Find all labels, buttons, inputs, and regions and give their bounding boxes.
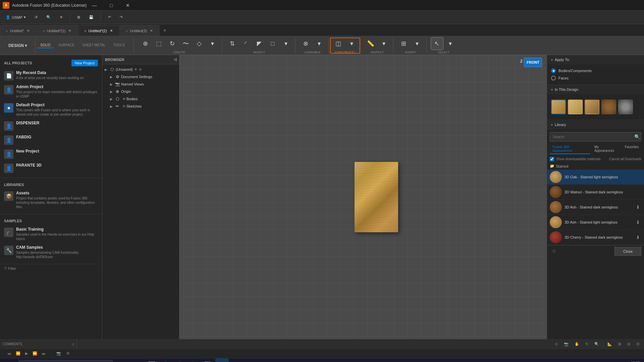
close-button[interactable]: ✕ [120,0,136,11]
tab-untitled[interactable]: ○ Untitled* ✕ [0,25,36,36]
orbit-button[interactable]: ✋ [573,341,581,348]
video-button[interactable]: 🎥 [187,358,201,362]
material-thumb-5[interactable] [618,100,633,114]
download-button[interactable]: ⬇ [635,234,641,241]
redo-button[interactable]: ↷ [117,13,126,22]
chrome-button[interactable]: 🌐 [159,358,172,362]
grid-toggle-button[interactable]: ⊟ [625,341,632,348]
tab-close-button[interactable]: ✕ [67,28,72,33]
powerpnt-button[interactable]: 🎯 [173,358,186,362]
tab-tools[interactable]: TOOLS [110,43,128,48]
tree-named-views[interactable]: ▶ 📷 Named Views [102,80,179,88]
home-view-button[interactable]: ⊙ [553,341,560,348]
grid-menu-button[interactable]: ⊞ [74,13,83,22]
minimize-button[interactable]: — [87,0,102,11]
library-assets[interactable]: 📦 Assets Project that contains assets us… [0,189,102,211]
environment-button[interactable]: ⊡ [634,341,641,348]
material-thumb-1[interactable] [551,100,566,114]
material-ash-light[interactable]: 3D Ash - Stained light semigloss ⬇ [547,215,644,230]
project-default[interactable]: ★ Default Project This comes with Fusion… [0,101,102,119]
usmp-menu[interactable]: 👤 USMP ▾ [3,13,29,22]
insert-button[interactable]: ⊞ [397,37,410,50]
material-walnut[interactable]: 3D Walnut - Stained dark semigloss [547,185,644,200]
material-thumb-2[interactable] [568,100,583,114]
tab-untitled-1[interactable]: ○ Untitled*(1) ✕ [37,25,78,36]
display-mode-button[interactable]: 📐 [605,341,614,348]
stained-header[interactable]: 📁 Stained [547,163,644,170]
new-tab-button[interactable]: + [160,25,169,36]
tab-close-button[interactable]: ✕ [109,28,114,33]
skip-to-start-button[interactable]: ⏮ [5,350,13,357]
tab-solid[interactable]: SOLID [37,43,54,48]
play-button[interactable]: ▶ [23,350,30,357]
material-oak[interactable]: 3D Oak - Stained light semigloss [547,170,644,185]
bodies-components-row[interactable]: Bodies/Components [551,67,640,74]
filter-row[interactable]: ▽ Filter [0,264,102,273]
joint-button[interactable]: ⊗ [300,37,312,50]
create-more-button[interactable]: ▾ [206,37,219,50]
sweep-button[interactable]: 〜 [179,37,192,50]
maximize-button[interactable]: □ [103,0,119,11]
material-thumb-4[interactable] [601,100,616,114]
axis-cube[interactable]: FRONT [524,58,544,78]
libraries-header[interactable]: LIBRARIES [0,181,102,189]
new-project-button[interactable]: New Project [71,60,98,66]
favorites-tab[interactable]: Favorites [622,144,641,154]
sample-cam[interactable]: 🔧 CAM Samples Samples demonstrating CAM … [0,243,102,261]
select-button[interactable]: ↖ [431,37,443,50]
start-button[interactable]: ⊞ [1,358,17,362]
viewport[interactable]: FRONT Z [179,55,547,339]
assemble-more-button[interactable]: ▾ [313,37,326,50]
step-back-button[interactable]: ⏪ [14,350,22,357]
project-my-recent[interactable]: 📄 My Recent Data A list of what you've r… [0,68,102,82]
file-explorer-button[interactable]: 📁 [131,358,144,362]
toolbar-close-button[interactable]: ✕ [57,13,66,22]
select-more-button[interactable]: ▾ [444,37,457,50]
project-admin[interactable]: 👤 Admin Project This project is for team… [0,82,102,101]
tab-untitled-3[interactable]: ○ Untitled(3) ✕ [120,25,159,36]
samples-header[interactable]: SAMPLES [0,217,102,225]
in-design-header[interactable]: ▾ In This Design [547,85,644,94]
new-component-button[interactable]: ⊕ [139,37,152,50]
show-downloadable-checkbox[interactable] [550,157,554,161]
fusion-appearances-tab[interactable]: Fusion 360 Appearances [550,144,590,154]
excel-button[interactable]: 📊 [145,358,158,362]
project-new[interactable]: 👤 New Project [0,147,102,161]
word-button[interactable]: 📝 [201,358,215,362]
insert-more-button[interactable]: ▾ [411,37,424,50]
tree-root[interactable]: ▶ ⬡ (Unsaved) 👁 ⚙ [102,66,179,73]
tab-close-button[interactable]: ✕ [149,28,154,33]
visibility-icon[interactable]: 👁 [133,67,138,72]
cancel-downloads-button[interactable]: Cancel all Downloads [609,157,641,161]
bodies-radio-button[interactable] [551,68,556,73]
press-pull-button[interactable]: ⇅ [226,37,239,50]
visual-style-button[interactable]: ⊞ [616,341,623,348]
project-parante[interactable]: 👤 PARANTE 3D [0,161,102,175]
close-panel-button[interactable]: Close [614,247,641,256]
extrude-button[interactable]: ⬚ [153,37,165,50]
project-fabdig[interactable]: 👤 FABDIG [0,133,102,147]
refresh-button[interactable]: ↺ [32,13,41,22]
revolve-button[interactable]: ↻ [166,37,179,50]
tab-sheet-metal[interactable]: SHEET METAL [79,43,109,48]
download-button[interactable]: ⬇ [635,204,641,210]
library-header[interactable]: ▾ Library [547,120,644,129]
step-forward-button[interactable]: ⏩ [31,350,39,357]
search-submit-button[interactable]: 🔍 [634,134,640,139]
visibility-icon[interactable]: 👁 [122,104,126,109]
tree-bodies[interactable]: ▶ ⬡ 👁 Bodies [102,95,179,103]
faces-radio-button[interactable] [551,76,556,80]
modify-more-button[interactable]: ▾ [280,37,292,50]
all-projects-header[interactable]: ALL PROJECTS New Project [0,58,102,68]
apply-to-header[interactable]: ▾ Apply To: [547,55,644,64]
undo-button[interactable]: ↶ [105,13,114,22]
timeline-settings-button[interactable]: ⚙ [64,350,72,357]
taskview-button[interactable]: 🗂 [117,358,130,362]
download-button[interactable]: ⬇ [635,219,641,226]
design-menu-button[interactable]: DESIGN ▾ [5,41,30,50]
chamfer-button[interactable]: ◤ [253,37,266,50]
visibility-icon[interactable]: 👁 [122,97,126,101]
comments-toggle[interactable]: ◁ [71,342,74,346]
skip-to-end-button[interactable]: ⏭ [40,350,48,357]
info-button[interactable]: ⓘ [550,247,558,256]
